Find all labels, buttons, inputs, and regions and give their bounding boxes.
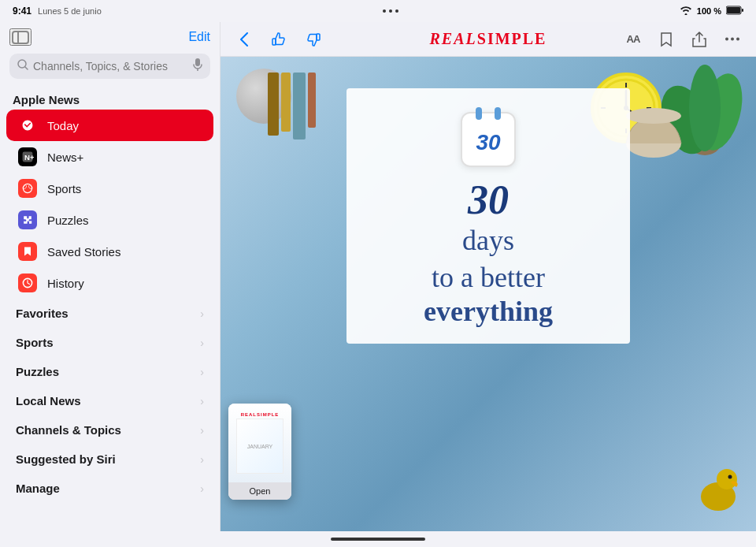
local-news-chevron: › [200,395,204,407]
battery-icon [726,6,743,17]
status-time: 9:41 [13,6,32,17]
sidebar-section-favorites[interactable]: Favorites › [3,299,217,328]
status-bar: 9:41 Lunes 5 de junio 100 % [0,0,756,22]
decorative-duck [697,457,740,515]
puzzles-section-chevron: › [200,366,204,378]
magazine-preview[interactable]: REALSIMPLE JANUARY Open [228,404,291,500]
article-line2: to a better [370,261,606,295]
magazine-month: JANUARY [247,444,273,449]
sports-section-chevron: › [200,337,204,349]
puzzles-section-label: Puzzles [16,365,59,378]
sidebar-item-newsplus[interactable]: N+ News+ [6,141,213,173]
sidebar-item-today[interactable]: Today [6,110,213,141]
battery-text: 100 % [697,6,721,16]
sidebar-item-saved-label: Saved Stories [47,245,120,259]
article-headline: 30 [370,180,606,221]
home-bar [331,538,425,541]
sidebar-item-newsplus-label: News+ [47,151,83,164]
sidebar-item-history[interactable]: History [6,267,213,299]
toolbar-right: AA [622,28,743,50]
saved-stories-icon [17,241,38,262]
sports-section-label: Sports [16,336,54,349]
thumbs-down-button[interactable] [302,28,324,50]
svg-text:N+: N+ [24,153,34,162]
microphone-icon[interactable] [193,58,202,74]
edit-button[interactable]: Edit [188,30,210,44]
collapse-sidebar-button[interactable] [9,28,32,46]
sidebar-item-sports-label: Sports [47,182,81,195]
search-bar[interactable] [9,54,210,79]
decorative-basket [622,104,685,162]
text-size-label: AA [627,33,640,45]
svg-point-13 [725,38,728,41]
sidebar-section-puzzles[interactable]: Puzzles › [3,357,217,386]
open-magazine-button[interactable]: Open [228,482,291,500]
today-icon [17,115,38,136]
sidebar-item-puzzles-label: Puzzles [47,214,89,227]
bookmark-button[interactable] [655,28,677,50]
sidebar-item-history-label: History [47,277,84,290]
svg-rect-11 [272,39,276,45]
svg-point-29 [626,108,681,124]
svg-point-9 [23,184,32,192]
sidebar-item-puzzles[interactable]: Puzzles [6,204,213,236]
suggested-siri-label: Suggested by Siri [16,452,116,466]
manage-label: Manage [16,482,60,495]
history-icon [17,273,38,293]
decorative-books [268,73,316,140]
sidebar: Edit Apple News [0,22,220,531]
toolbar-brand: REALSIMPLE [430,30,547,48]
favorites-label: Favorites [16,307,69,320]
article-toolbar: REALSIMPLE AA [220,22,756,57]
svg-rect-5 [195,58,200,66]
apple-news-section-label: Apple News [0,87,220,110]
calendar-rings [476,107,501,120]
share-button[interactable] [688,28,710,50]
dot1 [383,9,386,13]
channels-topics-label: Channels & Topics [16,423,121,437]
article-card: 30 30 days to a better everything [346,88,630,344]
svg-rect-2 [742,9,743,12]
sidebar-item-today-label: Today [47,119,79,132]
channels-topics-chevron: › [200,424,204,437]
thumbs-up-button[interactable] [268,28,290,50]
svg-point-31 [717,469,737,489]
sidebar-item-sports[interactable]: Sports [6,173,213,204]
more-options-button[interactable] [721,28,743,50]
sidebar-section-sports[interactable]: Sports › [3,328,217,357]
magazine-cover: REALSIMPLE JANUARY [228,404,291,482]
svg-rect-12 [317,34,320,40]
magazine-title: REALSIMPLE [241,412,280,417]
search-input[interactable] [33,60,188,73]
svg-rect-1 [727,7,740,13]
svg-point-15 [736,38,739,41]
sidebar-collapse-icon [12,31,29,44]
article-background: 30 30 days to a better everything REALSI… [220,57,756,531]
calendar-ring-right [495,107,501,120]
calendar-icon: 30 [461,112,516,167]
article-content: 30 30 days to a better everything REALSI… [220,57,756,531]
svg-line-4 [25,67,28,69]
app-body: Edit Apple News [0,22,756,531]
back-button[interactable] [233,28,255,50]
local-news-label: Local News [16,394,81,407]
manage-chevron: › [200,482,204,495]
sports-icon [17,178,38,199]
favorites-chevron: › [200,307,204,320]
article-line3: everything [370,295,606,328]
sidebar-section-suggested-siri[interactable]: Suggested by Siri › [3,445,217,474]
status-date: Lunes 5 de junio [38,6,102,16]
article-line1: days [370,224,606,258]
magazine-thumbnail: JANUARY [236,419,284,474]
sidebar-section-channels-topics[interactable]: Channels & Topics › [3,415,217,445]
search-icon [17,59,28,73]
dot2 [389,9,392,13]
sidebar-section-manage[interactable]: Manage › [3,474,217,503]
text-size-button[interactable]: AA [622,28,644,50]
brand-simple: SIMPLE [477,30,547,47]
sidebar-section-local-news[interactable]: Local News › [3,386,217,415]
sidebar-item-saved[interactable]: Saved Stories [6,236,213,267]
dot3 [395,9,398,13]
brand-real: REAL [430,30,477,47]
svg-point-27 [689,65,721,151]
